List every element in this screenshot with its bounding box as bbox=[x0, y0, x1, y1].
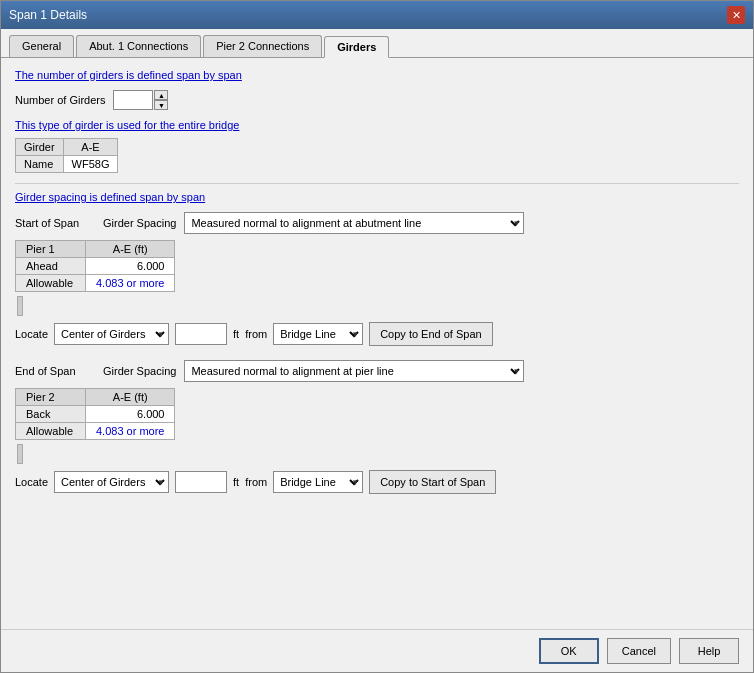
close-button[interactable]: ✕ bbox=[727, 6, 745, 24]
help-button[interactable]: Help bbox=[679, 638, 739, 664]
start-allowable-label: Allowable bbox=[16, 275, 86, 292]
start-spacing-dropdown-wrap: Measured normal to alignment at abutment… bbox=[184, 212, 524, 234]
end-allowable-value: 4.083 or more bbox=[86, 423, 175, 440]
end-ae-header: A-E (ft) bbox=[86, 389, 175, 406]
girder-ae-header: A-E bbox=[63, 139, 118, 156]
end-back-value: 6.000 bbox=[86, 406, 175, 423]
cancel-button[interactable]: Cancel bbox=[607, 638, 671, 664]
separator-1 bbox=[15, 183, 739, 184]
start-ae-header: A-E (ft) bbox=[86, 241, 175, 258]
start-locate-input[interactable]: 0.000 bbox=[175, 323, 227, 345]
start-spacing-row: Start of Span Girder Spacing Measured no… bbox=[15, 212, 739, 234]
girder-col-header: Girder bbox=[16, 139, 64, 156]
ok-button[interactable]: OK bbox=[539, 638, 599, 664]
start-ft-label: ft bbox=[233, 328, 239, 340]
copy-to-start-button[interactable]: Copy to Start of Span bbox=[369, 470, 496, 494]
end-locate-dropdown[interactable]: Center of Girders Left Edge Right Edge bbox=[54, 471, 169, 493]
tab-pier2[interactable]: Pier 2 Connections bbox=[203, 35, 322, 57]
dialog-footer: OK Cancel Help bbox=[1, 629, 753, 672]
copy-to-end-button[interactable]: Copy to End of Span bbox=[369, 322, 493, 346]
start-of-span-label: Start of Span bbox=[15, 217, 95, 229]
spinner-up[interactable]: ▲ bbox=[154, 90, 168, 100]
girder-name-value: WF58G bbox=[63, 156, 118, 173]
title-bar: Span 1 Details ✕ bbox=[1, 1, 753, 29]
start-of-span-section: Start of Span Girder Spacing Measured no… bbox=[15, 212, 739, 346]
end-back-label: Back bbox=[16, 406, 86, 423]
num-girders-spinner: 5 ▲ ▼ bbox=[113, 90, 168, 110]
num-girders-label: Number of Girders bbox=[15, 94, 105, 106]
start-ahead-label: Ahead bbox=[16, 258, 86, 275]
start-data-table: Pier 1 A-E (ft) Ahead 6.000 Allowable 4.… bbox=[15, 240, 175, 292]
span-details-dialog: Span 1 Details ✕ General Abut. 1 Connect… bbox=[0, 0, 754, 673]
girder-spacing-link[interactable]: Girder spacing is defined span by span bbox=[15, 191, 205, 203]
end-from-label: from bbox=[245, 476, 267, 488]
tab-general[interactable]: General bbox=[9, 35, 74, 57]
start-allowable-value: 4.083 or more bbox=[86, 275, 175, 292]
girder-type-table: Girder A-E Name WF58G bbox=[15, 138, 118, 173]
tab-abut1[interactable]: Abut. 1 Connections bbox=[76, 35, 201, 57]
end-ft-label: ft bbox=[233, 476, 239, 488]
end-locate-input[interactable]: 0.000 bbox=[175, 471, 227, 493]
end-from-dropdown[interactable]: Bridge Line Centerline bbox=[273, 471, 363, 493]
main-content: The number of girders is defined span by… bbox=[1, 58, 753, 629]
spinner-buttons: ▲ ▼ bbox=[154, 90, 168, 110]
end-locate-label: Locate bbox=[15, 476, 48, 488]
start-locate-dropdown-wrap: Center of Girders Left Edge Right Edge bbox=[54, 323, 169, 345]
start-locate-dropdown[interactable]: Center of Girders Left Edge Right Edge bbox=[54, 323, 169, 345]
end-of-span-label: End of Span bbox=[15, 365, 95, 377]
start-girder-spacing-label: Girder Spacing bbox=[103, 217, 176, 229]
end-data-table: Pier 2 A-E (ft) Back 6.000 Allowable 4.0… bbox=[15, 388, 175, 440]
tabs-row: General Abut. 1 Connections Pier 2 Conne… bbox=[1, 29, 753, 58]
end-girder-spacing-label: Girder Spacing bbox=[103, 365, 176, 377]
end-of-span-section: End of Span Girder Spacing Measured norm… bbox=[15, 360, 739, 494]
tab-girders[interactable]: Girders bbox=[324, 36, 389, 58]
end-locate-row: Locate Center of Girders Left Edge Right… bbox=[15, 470, 739, 494]
num-girders-link[interactable]: The number of girders is defined span by… bbox=[15, 69, 242, 81]
end-allowable-label: Allowable bbox=[16, 423, 86, 440]
end-pier-header: Pier 2 bbox=[16, 389, 86, 406]
end-from-dropdown-wrap: Bridge Line Centerline bbox=[273, 471, 363, 493]
girder-name-label: Name bbox=[16, 156, 64, 173]
start-scrollbar[interactable] bbox=[17, 296, 23, 316]
start-from-dropdown-wrap: Bridge Line Centerline bbox=[273, 323, 363, 345]
end-spacing-row: End of Span Girder Spacing Measured norm… bbox=[15, 360, 739, 382]
spinner-down[interactable]: ▼ bbox=[154, 100, 168, 110]
start-locate-label: Locate bbox=[15, 328, 48, 340]
end-scrollbar[interactable] bbox=[17, 444, 23, 464]
start-locate-row: Locate Center of Girders Left Edge Right… bbox=[15, 322, 739, 346]
girder-type-link[interactable]: This type of girder is used for the enti… bbox=[15, 119, 239, 131]
end-spacing-dropdown[interactable]: Measured normal to alignment at abutment… bbox=[184, 360, 524, 382]
start-from-dropdown[interactable]: Bridge Line Centerline bbox=[273, 323, 363, 345]
dialog-title: Span 1 Details bbox=[9, 8, 87, 22]
start-spacing-dropdown[interactable]: Measured normal to alignment at abutment… bbox=[184, 212, 524, 234]
start-from-label: from bbox=[245, 328, 267, 340]
end-locate-dropdown-wrap: Center of Girders Left Edge Right Edge bbox=[54, 471, 169, 493]
start-pier-header: Pier 1 bbox=[16, 241, 86, 258]
num-girders-input[interactable]: 5 bbox=[113, 90, 153, 110]
end-spacing-dropdown-wrap: Measured normal to alignment at abutment… bbox=[184, 360, 524, 382]
start-ahead-value: 6.000 bbox=[86, 258, 175, 275]
